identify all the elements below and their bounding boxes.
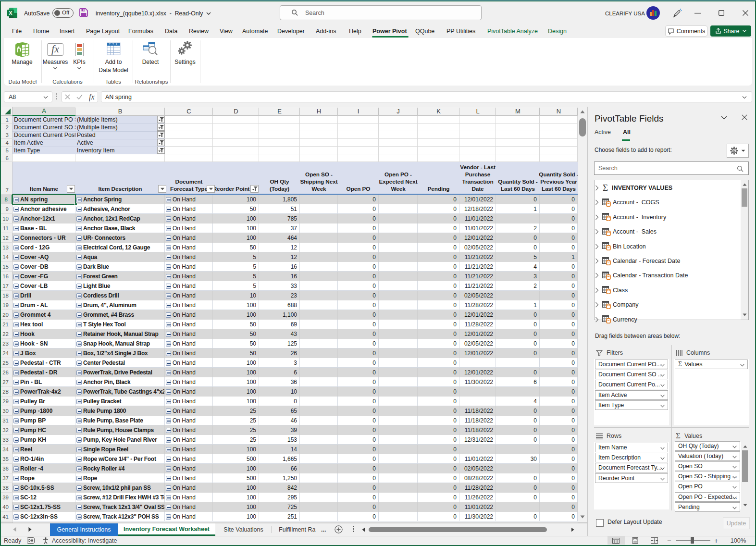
svg-text:X: X — [9, 10, 12, 16]
